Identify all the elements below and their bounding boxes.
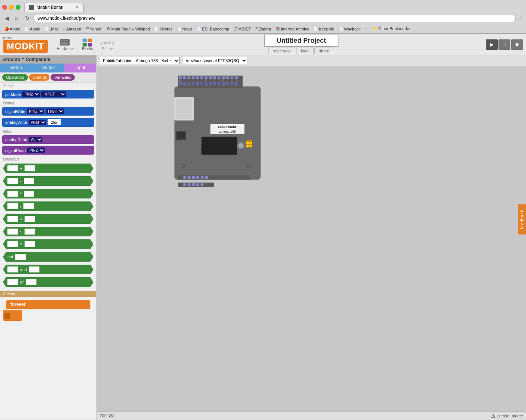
save-button[interactable]: save now [268, 48, 295, 54]
op-or-right[interactable] [26, 279, 36, 285]
digitalread-pin-select[interactable]: PIN2PIN3 [27, 148, 45, 153]
pinmode-mode-select[interactable]: INPUTOUTPUT [41, 91, 66, 97]
feedback-button[interactable]: feedback [518, 204, 526, 235]
digitalread-block[interactable]: digitalRead PIN2PIN3 [2, 146, 94, 155]
pinmode-block[interactable]: pinMode PIN2PIN3A0 INPUTOUTPUT [2, 90, 94, 98]
refresh-button[interactable]: ↻ [23, 14, 31, 22]
op-lt-left[interactable] [7, 229, 18, 235]
op-lt-right[interactable] [25, 229, 35, 235]
op-lt[interactable]: < [3, 227, 93, 236]
digitalwrite-value-select[interactable]: HIGHLOW [46, 109, 64, 114]
op-and-symbol: and [20, 267, 27, 272]
digitalwrite-block[interactable]: digitalWrite PIN2PIN3 HIGHLOW [2, 107, 94, 116]
play-button[interactable]: ▶ [486, 39, 498, 50]
bookmark-wdet[interactable]: 🎵 WDET [232, 26, 252, 32]
bookmark-mac[interactable]: 📄 .Mac [43, 26, 60, 32]
analogwrite-pin-select[interactable]: PIN3PIN2 [29, 120, 46, 125]
svg-rect-91 [201, 183, 203, 186]
bookmark-enotes[interactable]: 📄 eNotes [153, 26, 174, 32]
bookmark-apple1[interactable]: 🍎 Apple [3, 26, 22, 32]
op-not[interactable]: not [3, 252, 93, 262]
blocks-toolbar-item[interactable]: Blocks [79, 37, 96, 52]
tab-input[interactable]: Input [64, 64, 96, 72]
op-or[interactable]: or [3, 277, 93, 287]
maximize-button[interactable] [16, 5, 20, 10]
op-div[interactable]: / [3, 201, 93, 211]
svg-rect-3 [65, 41, 68, 42]
op-mul-left[interactable] [7, 191, 18, 197]
filter-variables[interactable]: Variables [51, 74, 75, 81]
svg-rect-87 [183, 183, 186, 186]
left-panel: Arduino™ Compatible Setup Output Input O… [0, 55, 97, 420]
pause-button[interactable]: ⏸ [498, 39, 510, 50]
stop-button[interactable]: ⏹ [511, 39, 523, 50]
op-add[interactable]: + [3, 164, 93, 173]
bookmark-keepvid[interactable]: 📄 KeepVid [312, 26, 336, 32]
analogwrite-block[interactable]: analogWrite PIN3PIN2 [2, 118, 94, 127]
analogwrite-value-input[interactable] [48, 119, 61, 125]
bookmark-yahoo[interactable]: Y! Yahoo! [84, 26, 104, 32]
share-button[interactable]: share [314, 48, 334, 54]
op-eq-left[interactable] [7, 241, 18, 247]
tab-setup[interactable]: Setup [0, 64, 32, 72]
bookmark-wayback[interactable]: 📄 Wayback [337, 26, 362, 32]
op-eq[interactable]: = [3, 239, 93, 249]
filter-control[interactable]: Control [29, 74, 49, 81]
browser-tab[interactable]: Modkit Editor ✕ [24, 3, 84, 12]
op-div-right[interactable] [23, 203, 34, 209]
bookmark-esi[interactable]: 📄 ESI Basecamp [195, 26, 231, 32]
analogread-block[interactable]: analogRead A0A1 [2, 135, 94, 144]
board-select[interactable]: Fabkit/Fabduino - Atmega 168 - 8mhz [100, 57, 180, 64]
op-and-right[interactable] [29, 266, 39, 272]
op-add-right[interactable] [25, 165, 35, 171]
forever-block[interactable]: forever [6, 300, 90, 309]
tab-output[interactable]: Output [32, 64, 64, 72]
bookmark-other[interactable]: 📁 Other Bookmarks [371, 26, 412, 32]
forward-button[interactable]: ▶ [13, 14, 21, 22]
op-mul-right[interactable] [24, 191, 34, 197]
close-button[interactable] [2, 5, 7, 10]
logo-area: BETA MODKIT [3, 36, 48, 53]
update-icon: ⚠ [491, 413, 496, 419]
op-and[interactable]: and [3, 265, 93, 274]
bookmark-ia[interactable]: 📚 Internet Archive [274, 26, 311, 32]
hardware-toolbar-item[interactable]: Hardware [54, 37, 76, 52]
op-eq-right[interactable] [25, 241, 35, 247]
project-title[interactable]: Untitled Project [264, 35, 339, 47]
op-gt-left[interactable] [7, 216, 18, 222]
tab-close-button[interactable]: ✕ [75, 5, 79, 10]
url-input[interactable] [33, 14, 516, 22]
bookmark-zimbra[interactable]: Z Zimbra [254, 26, 273, 32]
op-gt[interactable]: > [3, 214, 93, 224]
back-button[interactable]: ◀ [3, 14, 11, 22]
bookmark-news[interactable]: 📄 News [176, 26, 194, 32]
forever-label: forever [10, 302, 26, 307]
svg-rect-73 [246, 145, 249, 148]
bookmark-amazon[interactable]: a Amazon [62, 26, 83, 32]
load-button[interactable]: load [296, 48, 314, 54]
bookmark-star[interactable]: ☆ [518, 15, 523, 22]
op-mul[interactable]: * [3, 189, 93, 198]
analogread-pin-select[interactable]: A0A1 [29, 137, 42, 142]
bookmark-wikipedia[interactable]: W Main Page – Wikiped [106, 26, 151, 32]
op-sub[interactable]: - [3, 176, 93, 186]
new-tab-button[interactable]: + [85, 4, 89, 10]
svg-rect-25 [235, 76, 238, 79]
port-select[interactable]: /dev/cu.usbserial-FTF53QBQ [183, 57, 247, 64]
source-toolbar-item[interactable]: {code} Source [99, 37, 117, 52]
pinmode-pin-select[interactable]: PIN2PIN3A0 [22, 91, 40, 97]
op-and-left[interactable] [7, 266, 18, 272]
bookmark-apple2[interactable]: 📄 Apple [23, 26, 42, 32]
op-add-left[interactable] [7, 165, 18, 171]
digitalwrite-pin-select[interactable]: PIN2PIN3 [27, 109, 44, 114]
canvas-main[interactable]: AREF GND 13 12 PMW-11 10 PMW-9 8 PMW-6 5… [97, 66, 526, 411]
minimize-button[interactable] [9, 5, 14, 10]
filter-operators[interactable]: Operators [2, 74, 28, 81]
op-gt-right[interactable] [25, 216, 35, 222]
op-div-left[interactable] [7, 203, 18, 209]
op-sub-right[interactable] [24, 178, 34, 184]
tab-title: Modkit Editor [36, 5, 62, 10]
op-or-left[interactable] [7, 279, 18, 285]
op-sub-left[interactable] [7, 178, 18, 184]
op-not-input[interactable] [15, 254, 26, 260]
